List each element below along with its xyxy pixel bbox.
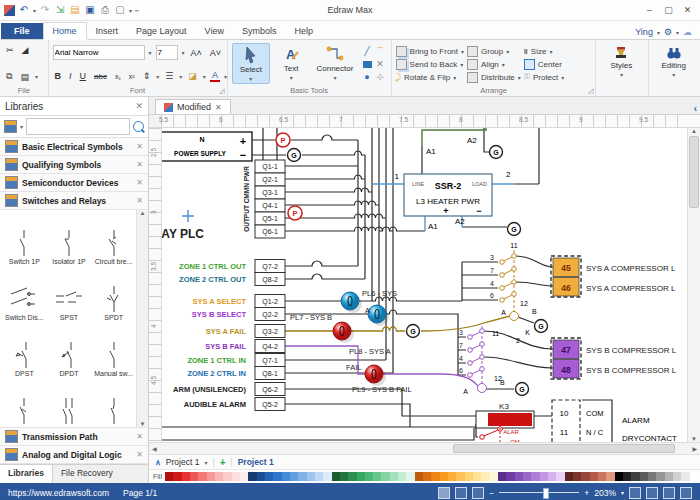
horizontal-scrollbar[interactable]: ◀ ▶ [149,442,700,454]
palette-swatch[interactable] [640,472,648,481]
symbol-circuit-breaker[interactable]: Circuit bre... [91,212,136,268]
size-button[interactable]: ‖Size▾ [524,45,564,57]
arrange-dialog-launcher-icon[interactable]: ◿ [588,87,593,95]
symbol-dpdt[interactable]: DPDT [47,324,92,380]
lamp-label[interactable]: PL9 - SYS B FAIL [352,385,412,394]
highlight-icon[interactable]: ◪ [186,71,199,81]
palette-swatch[interactable] [515,472,523,481]
palette-swatch[interactable] [282,472,290,481]
line-tool-icon[interactable]: ╱ [364,47,369,56]
import-button[interactable]: ⇲ [54,4,66,16]
palette-swatch[interactable] [573,472,581,481]
palette-swatch[interactable] [173,472,181,481]
paste-icon[interactable]: ▤ [18,72,31,82]
terminal-label[interactable]: Q5-1 [262,215,278,223]
relay-plc-label[interactable]: LAY PLC [162,227,204,241]
k3-alarm-relay[interactable]: K3 ALAR OM [476,402,534,442]
palette-swatch[interactable] [673,472,681,481]
lamp-pl8[interactable] [333,322,354,343]
scroll-up-icon[interactable]: ▲ [691,128,697,134]
editing-button[interactable]: Editing▾ [653,43,695,84]
palette-swatch[interactable] [690,472,698,481]
fit-page-icon[interactable] [629,487,641,499]
symbol-grid-scrollbar[interactable]: ▲▼ [136,210,148,427]
tab-view[interactable]: View [196,23,233,39]
qat-more-icon[interactable]: ▾ [129,7,132,14]
terminal-label[interactable]: Q6-2 [262,386,278,394]
rectangle-tool-icon[interactable] [363,61,372,68]
palette-swatch[interactable] [531,472,539,481]
ellipse-tool-icon[interactable]: ● [364,73,369,82]
symbol-make-contact[interactable]: Make Cont... [91,380,136,428]
scroll-up-icon[interactable]: ▲ [140,210,146,216]
tab-file-recovery[interactable]: File Recovery [53,465,121,483]
scroll-right-icon[interactable]: ▶ [689,445,700,452]
tab-libraries[interactable]: Libraries [0,465,53,483]
open-button[interactable]: ▤ [69,4,81,16]
copy-icon[interactable]: ⧉ [4,71,14,82]
terminal-label[interactable]: Q4-2 [262,343,278,351]
status-url[interactable]: https://www.edrawsoft.com [8,488,109,498]
zoom-in-icon[interactable]: + [584,488,589,498]
library-close-icon[interactable]: ✕ [136,450,143,459]
tab-file[interactable]: File [1,23,43,39]
terminal-label[interactable]: Q2-1 [262,176,278,184]
palette-swatch[interactable] [465,472,473,481]
wiring-diagram[interactable]: N POWER SUPPLY + − LAY PLC OUTPUT CMMN P… [162,128,687,442]
grow-font-icon[interactable]: A˄ [189,48,204,58]
print-button[interactable]: ⎙ [99,4,111,16]
palette-swatch[interactable] [265,472,273,481]
palette-swatch[interactable] [373,472,381,481]
palette-swatch[interactable] [190,472,198,481]
crop-tool-icon[interactable]: ⊹ [376,73,384,82]
wire-label[interactable]: A1 [428,222,438,231]
g-symbol[interactable]: G [288,149,301,162]
tab-page-layout[interactable]: Page Layout [127,23,196,39]
libraries-panel-close-icon[interactable]: ✕ [135,101,143,111]
palette-swatch[interactable] [631,472,639,481]
palette-swatch[interactable] [548,472,556,481]
magnifier-icon[interactable] [663,487,675,499]
library-close-icon[interactable]: ✕ [136,432,143,441]
palette-swatch[interactable] [665,472,673,481]
terminal-block-45-46[interactable]: 45 46 [551,256,581,297]
send-to-back-button[interactable]: Send to Back▾ [396,58,464,70]
grid-icon[interactable] [680,487,692,499]
symbol-spdt[interactable]: SPDT [91,268,136,324]
distribute-button[interactable]: Distribute▾ [467,71,521,83]
compressor-label[interactable]: SYS B COMPRESSOR L [586,346,677,355]
palette-swatch[interactable] [581,472,589,481]
wire-label[interactable]: A1 [426,147,436,156]
font-size-select[interactable] [156,45,178,60]
palette-swatch[interactable] [390,472,398,481]
palette-swatch[interactable] [182,472,190,481]
lamp-pl6[interactable] [341,292,362,313]
arc-tool-icon[interactable]: ⌒ [376,47,385,56]
symbol-circuit-breaker-2[interactable]: Circuit bre... [2,380,47,428]
library-item-qualifying[interactable]: Qualifying Symbols✕ [0,156,148,174]
palette-swatch[interactable] [423,472,431,481]
signal-label[interactable]: ZONE 1 CTRL OUT [179,262,246,271]
wire-label[interactable]: A2 [467,136,477,145]
tab-symbols[interactable]: Symbols [233,23,286,39]
library-close-icon[interactable]: ✕ [136,196,143,205]
ssr-2-block[interactable]: LINE SSR-2 LOAD L3 HEATER PWR + − [404,174,492,216]
qat-customize-icon[interactable]: ╍ [135,7,139,14]
terminal-label[interactable]: Q2-2 [262,311,278,319]
signal-label[interactable]: ZONE 2 CTRL IN [187,369,246,378]
user-name[interactable]: Ying [635,27,653,37]
compressor-label[interactable]: SYS A COMPRESSOR L [586,264,676,273]
signal-label[interactable]: SYS A SELECT [192,297,246,306]
lamp-label[interactable]: PL8 - SYS A [349,347,391,356]
font-color-icon[interactable]: A [210,70,220,82]
palette-swatch[interactable] [598,472,606,481]
zoom-out-icon[interactable]: − [489,488,494,498]
lamp-label[interactable]: A [365,306,370,315]
palette-swatch[interactable] [615,472,623,481]
subscript-button[interactable]: x₁ [113,73,123,80]
library-close-icon[interactable]: ✕ [136,178,143,187]
output-cmmn-pwr-label[interactable]: OUTPUT CMMN PWR [243,166,250,232]
palette-swatch[interactable] [440,472,448,481]
library-item-semiconductor[interactable]: Semiconductor Devices✕ [0,174,148,192]
palette-swatch[interactable] [323,472,331,481]
